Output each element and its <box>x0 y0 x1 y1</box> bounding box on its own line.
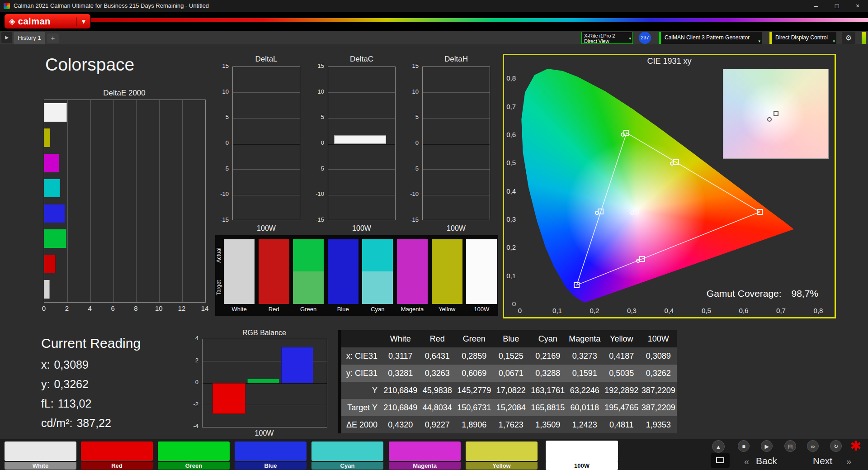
compare-target-red <box>259 271 289 304</box>
table-cell: 0,4187 <box>603 347 640 365</box>
pattern-window-button[interactable] <box>711 453 730 468</box>
back-button[interactable]: Back <box>756 456 777 466</box>
link-button[interactable]: ∞ <box>807 440 819 452</box>
tab-history-1[interactable]: History 1 <box>14 32 45 44</box>
x-axis-label: 100W <box>328 224 396 233</box>
table-cell: 45,9838 <box>419 382 456 399</box>
delta-e-bar-cyan <box>44 179 60 198</box>
y-tick-label: 4 <box>183 335 198 342</box>
gridline <box>328 118 395 119</box>
table-cell: 210,6849 <box>382 382 419 399</box>
table-cell: 0,1591 <box>566 365 604 382</box>
table-header-cell: Green <box>456 330 493 347</box>
window-title: Calman 2021 Calman Ultimate for Business… <box>14 2 209 9</box>
y-tick-label: 0 <box>307 139 324 146</box>
table-cell: 0,9227 <box>419 416 456 433</box>
pattern-button-blue[interactable]: Blue <box>235 439 307 470</box>
y-tick-label: 15 <box>401 62 419 69</box>
pattern-window-icon <box>716 457 724 463</box>
pattern-label: 100W <box>546 461 618 470</box>
stop-button[interactable]: ■ <box>738 440 750 452</box>
window-controls: – □ × <box>806 0 868 12</box>
pattern-button-green[interactable]: Green <box>158 439 230 470</box>
pattern-button-cyan[interactable]: Cyan <box>311 439 383 470</box>
meter-line1: X-Rite i1Pro 2 <box>584 33 626 38</box>
next-chevrons-icon: » <box>846 456 851 467</box>
cie-target-marker-blue <box>574 282 580 288</box>
play-button[interactable]: ▶ <box>761 440 773 452</box>
gamut-coverage: Gamut Coverage: 98,7% <box>669 288 818 299</box>
y-tick-label: -2 <box>183 401 198 408</box>
table-cell: 0,2169 <box>529 347 566 365</box>
pattern-button-magenta[interactable]: Magenta <box>389 439 461 470</box>
table-cell: 17,0822 <box>493 382 530 399</box>
gridline <box>233 144 300 145</box>
cie-y-tick: 0,8 <box>494 74 516 82</box>
y-tick-label: 2 <box>183 357 198 364</box>
delta-e-bar-white <box>44 280 50 299</box>
maximize-icon[interactable]: □ <box>826 0 847 12</box>
table-cell: 0,3089 <box>640 347 677 365</box>
gridline <box>90 100 91 302</box>
pattern-swatch <box>235 442 307 461</box>
pattern-swatch <box>389 442 461 461</box>
save-button[interactable]: ▤ <box>784 440 796 452</box>
minimize-icon[interactable]: – <box>806 0 826 12</box>
settings-gear-button[interactable]: ⚙ <box>842 32 855 44</box>
table-cell: 387,2209 <box>640 382 677 399</box>
table-cell: 0,3281 <box>382 365 419 382</box>
stop-icon: ■ <box>742 443 745 450</box>
x-axis-label: 100W <box>422 224 490 233</box>
pattern-button-100w[interactable]: 100W <box>546 439 618 470</box>
x-axis-label: 100W <box>232 224 300 233</box>
close-icon[interactable]: × <box>847 0 868 12</box>
gridline <box>159 100 160 302</box>
pattern-button-yellow[interactable]: Yellow <box>466 439 538 470</box>
x-tick-label: 2 <box>60 304 74 312</box>
y-tick-label: -10 <box>212 190 229 197</box>
refresh-button[interactable]: ↻ <box>830 440 842 452</box>
x-tick-label: 6 <box>106 304 120 312</box>
pattern-button-red[interactable]: Red <box>81 439 153 470</box>
add-tab-button[interactable]: + <box>47 33 59 43</box>
save-icon: ▤ <box>788 443 793 450</box>
measurement-table: WhiteRedGreenBlueCyanMagentaYellow100Wx:… <box>338 330 677 433</box>
rgb-bar-blue <box>281 347 313 383</box>
gridline <box>423 92 490 93</box>
play-icon: ▶ <box>764 443 769 450</box>
chart-title-deltal: DeltaL <box>232 55 300 64</box>
pattern-label: Magenta <box>389 462 461 470</box>
gamut-coverage-label: Gamut Coverage: <box>707 288 782 299</box>
table-header-cell: Blue <box>493 330 530 347</box>
tab-nav-button[interactable]: ▶ <box>1 32 12 43</box>
table-header-cell: Cyan <box>529 330 566 347</box>
pattern-swatch <box>158 442 230 461</box>
current-reading-title: Current Reading <box>41 336 141 351</box>
calman-gem-icon: ◈ <box>9 16 15 26</box>
gridline <box>328 169 395 170</box>
pattern-button-white[interactable]: White <box>5 439 76 470</box>
table-cell: 0,3288 <box>529 365 566 382</box>
actual-row-label: Actual <box>216 239 222 271</box>
table-cell: 145,2779 <box>456 382 493 399</box>
compare-target-cyan <box>362 271 393 304</box>
delta-e-bar-red <box>44 255 56 273</box>
table-row: y: CIE310,32810,32630,60690,06710,32880,… <box>341 365 677 382</box>
eject-button[interactable]: ▲ <box>712 440 725 453</box>
chart-title-deltac: DeltaC <box>328 55 396 64</box>
meter-dropdown[interactable]: X-Rite i1Pro 2 Direct View ▾ <box>581 32 633 44</box>
next-button[interactable]: Next <box>813 456 832 466</box>
compare-actual-green <box>293 239 324 271</box>
table-cell: 44,8034 <box>419 399 456 416</box>
display-control-dropdown[interactable]: Direct Display Control ▾ <box>769 32 836 44</box>
gridline <box>67 100 68 302</box>
compare-actual-blue <box>328 239 359 271</box>
reading-fl: fL:113,02 <box>41 397 91 410</box>
app-window: Calman 2021 Calman Ultimate for Business… <box>0 0 868 470</box>
y-tick-label: -4 <box>183 423 198 429</box>
calman-logo-button[interactable]: ◈ calman ▾ <box>5 14 90 28</box>
refresh-icon: ↻ <box>834 443 838 450</box>
table-cell: 0,4811 <box>603 416 640 433</box>
table-cell: 0,6431 <box>419 347 456 365</box>
pattern-generator-dropdown[interactable]: CalMAN Client 3 Pattern Generator ▾ <box>659 32 762 44</box>
